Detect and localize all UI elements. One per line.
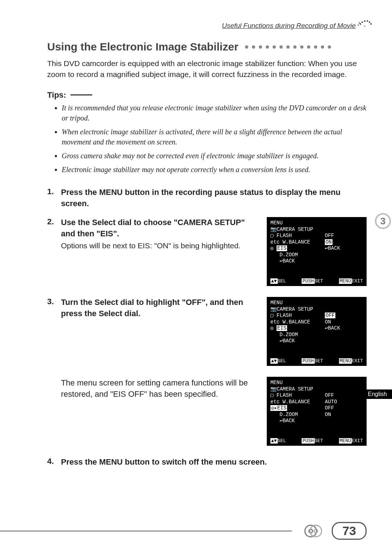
menu-title: MENU (270, 380, 363, 386)
svg-point-4 (369, 21, 370, 23)
menu-item: D.ZOOM (270, 252, 325, 258)
menu-value: AUTO (325, 399, 337, 405)
menu-item: etc W.BALANCE (270, 399, 325, 405)
menu-value: OFF (325, 392, 334, 399)
page-number: 73 (332, 522, 367, 540)
step-text: Press the MENU button to switch off the … (61, 457, 267, 466)
disc-icon (303, 524, 324, 538)
section-header: Useful Functions during Recording of Mov… (47, 22, 367, 30)
step-text: Turn the Select dial to highlight "OFF",… (61, 298, 243, 318)
page-footer: 73 (0, 522, 367, 540)
menu-item: ◎ EIS (270, 245, 325, 252)
list-item: It is recommended that you release elect… (62, 103, 367, 123)
menu-value: ON (325, 412, 331, 418)
menu-footer: ▲▼SEL PUSHSET MENUEXIT (270, 358, 363, 364)
chapter-number: 3 (380, 216, 385, 227)
menu-heading: 📷CAMERA SETUP (270, 386, 325, 393)
tips-heading-text: Tips: (47, 90, 66, 100)
footer-rule-icon (0, 531, 292, 531)
list-item: Gross camera shake may not be corrected … (62, 151, 367, 161)
menu-value: OFF (325, 233, 334, 239)
menu-title: MENU (270, 220, 363, 227)
menu-item: ▢ FLASH (270, 392, 325, 399)
menu-value: ↩BACK (325, 245, 340, 252)
chapter-badge: 3 (374, 212, 392, 230)
tips-rule-icon (70, 94, 92, 95)
svg-point-11 (305, 525, 317, 537)
menu-heading: 📷CAMERA SETUP (270, 306, 325, 313)
intro-paragraph: This DVD camcorder is equipped with an e… (47, 58, 367, 80)
menu-screenshot-1: MENU 📷CAMERA SETUP ▢ FLASHOFF etc W.BALA… (267, 217, 367, 286)
menu-value: OFF (325, 405, 334, 412)
menu-screenshot-2: MENU 📷CAMERA SETUP ▢ FLASHOFF etc W.BALA… (267, 297, 367, 366)
menu-item: D.ZOOM (270, 412, 325, 418)
step-text: Use the Select dial to choose "CAMERA SE… (61, 218, 245, 238)
step-subtext: The menu screen for setting camera funct… (61, 378, 260, 400)
list-item: When electronic image stabilizer is acti… (62, 127, 367, 147)
menu-item: ▢ FLASH (270, 313, 325, 319)
svg-point-7 (359, 23, 360, 24)
svg-point-8 (364, 26, 365, 26)
menu-value-highlighted: ON (325, 239, 332, 245)
step-number: 4. (47, 457, 57, 466)
menu-item: ↩BACK (270, 338, 325, 344)
menu-footer: ▲▼SEL PUSHSET MENUEXIT (270, 438, 363, 444)
menu-item: ↩BACK (270, 258, 325, 265)
step-3-row: 3. Turn the Select dial to highlight "OF… (47, 297, 367, 366)
step-1: 1. Press the MENU button in the recordin… (47, 187, 367, 209)
step-2: 2. Use the Select dial to choose "CAMERA… (47, 217, 260, 251)
menu-value-highlighted: OFF (325, 313, 335, 318)
menu-item: etc W.BALANCE (270, 239, 325, 246)
menu-item: D.ZOOM (270, 332, 325, 338)
svg-point-0 (360, 23, 361, 25)
menu-item: ◎▸EIS (270, 405, 325, 412)
step-3: 3. Turn the Select dial to highlight "OF… (47, 297, 260, 319)
manual-page: Useful Functions during Recording of Mov… (0, 0, 392, 555)
step-number: 2. (47, 217, 57, 227)
step-text: Press the MENU button in the recording p… (61, 188, 340, 208)
menu-value: ↩BACK (325, 325, 340, 332)
menu-heading: 📷CAMERA SETUP (270, 227, 325, 233)
step-3-continue-row: The menu screen for setting camera funct… (47, 377, 367, 446)
title-dots-icon (245, 45, 331, 49)
menu-item: ◎ EIS (270, 325, 325, 332)
step-2-row: 2. Use the Select dial to choose "CAMERA… (47, 217, 367, 286)
step-subtext: Options will be next to EIS: "ON" is bei… (61, 240, 260, 251)
list-item: Electronic image stabilizer may not oper… (62, 164, 367, 175)
svg-point-14 (314, 529, 318, 533)
menu-footer: ▲▼SEL PUSHSET MENUEXIT (270, 278, 363, 284)
menu-screenshot-3: MENU 📷CAMERA SETUP ▢ FLASHOFF etc W.BALA… (267, 377, 367, 446)
disc-decoration-icon (358, 13, 372, 28)
svg-point-5 (370, 23, 372, 25)
svg-point-6 (358, 25, 359, 26)
step-number: 3. (47, 297, 57, 306)
svg-point-3 (367, 20, 368, 22)
menu-title: MENU (270, 300, 363, 306)
svg-point-1 (362, 21, 363, 23)
svg-point-2 (364, 20, 366, 22)
menu-item: ▢ FLASH (270, 233, 325, 239)
title-text: Using the Electronic Image Stabilizer (47, 41, 238, 53)
svg-point-13 (310, 525, 322, 537)
menu-value: ON (325, 319, 331, 326)
language-tab: English (363, 389, 392, 399)
tips-list: It is recommended that you release elect… (47, 103, 367, 175)
tips-heading: Tips: (47, 90, 367, 100)
menu-item: ↩BACK (270, 418, 325, 424)
page-title: Using the Electronic Image Stabilizer (47, 41, 367, 53)
step-3-sub: The menu screen for setting camera funct… (61, 377, 260, 400)
step-4: 4. Press the MENU button to switch off t… (47, 457, 367, 468)
menu-item: etc W.BALANCE (270, 319, 325, 326)
step-number: 1. (47, 187, 57, 196)
